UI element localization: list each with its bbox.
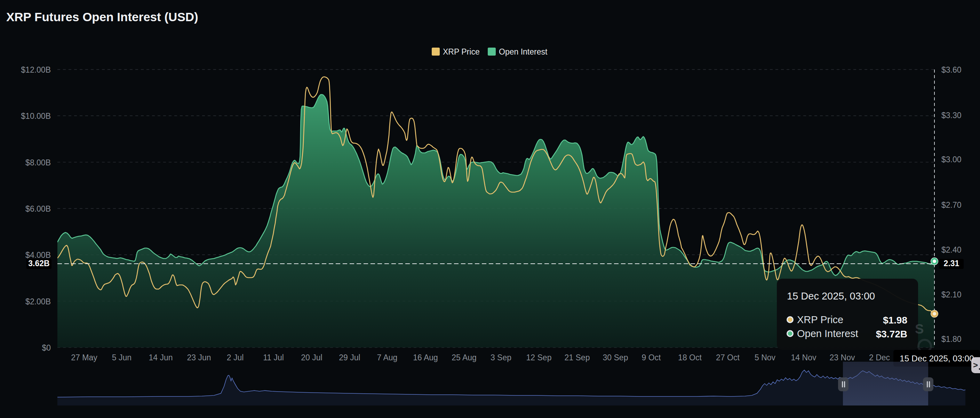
svg-text:$3.30: $3.30 xyxy=(941,111,962,120)
svg-text:2 Dec: 2 Dec xyxy=(869,353,890,362)
svg-text:$3.72B: $3.72B xyxy=(876,329,907,339)
svg-text:18 Oct: 18 Oct xyxy=(678,353,702,362)
svg-text:2.31: 2.31 xyxy=(944,259,959,268)
svg-text:27 Oct: 27 Oct xyxy=(716,353,740,362)
svg-text:S: S xyxy=(915,322,924,336)
svg-text:$0: $0 xyxy=(42,343,51,352)
svg-text:$6.00B: $6.00B xyxy=(25,204,51,213)
svg-text:14 Nov: 14 Nov xyxy=(791,353,816,362)
svg-text:$8.00B: $8.00B xyxy=(25,158,51,167)
svg-text:$1.98: $1.98 xyxy=(883,315,907,326)
svg-text:$1.80: $1.80 xyxy=(941,335,962,344)
svg-text:5 Nov: 5 Nov xyxy=(754,353,776,362)
svg-text:2 Jul: 2 Jul xyxy=(227,353,244,362)
svg-text:$4.00B: $4.00B xyxy=(25,250,51,260)
svg-text:$2.40: $2.40 xyxy=(941,245,962,254)
svg-text:$3.00: $3.00 xyxy=(941,155,962,164)
svg-text:11 Jul: 11 Jul xyxy=(263,353,284,362)
svg-text:$2.70: $2.70 xyxy=(941,201,962,209)
svg-text:20 Jul: 20 Jul xyxy=(301,353,322,362)
svg-text:XRP Futures Open Interest (USD: XRP Futures Open Interest (USD) xyxy=(6,10,198,24)
svg-text:27 May: 27 May xyxy=(71,353,97,362)
svg-text:$12.00B: $12.00B xyxy=(21,65,51,74)
svg-text:5 Jun: 5 Jun xyxy=(112,353,132,362)
svg-text:23 Nov: 23 Nov xyxy=(830,353,855,362)
svg-text:21 Sep: 21 Sep xyxy=(565,353,590,362)
svg-text:23 Jun: 23 Jun xyxy=(187,353,211,362)
svg-text:Open Interest: Open Interest xyxy=(499,47,547,56)
svg-text:7 Aug: 7 Aug xyxy=(377,353,398,362)
svg-text:$2.10: $2.10 xyxy=(941,290,962,299)
svg-text:12 Sep: 12 Sep xyxy=(527,353,552,362)
svg-text:$3.60: $3.60 xyxy=(941,65,962,74)
svg-text:15 Dec 2025, 03:00: 15 Dec 2025, 03:00 xyxy=(787,290,875,302)
svg-text:$10.00B: $10.00B xyxy=(21,112,51,120)
svg-text:15 Dec 2025, 03:00: 15 Dec 2025, 03:00 xyxy=(900,354,974,363)
svg-text:$2.00B: $2.00B xyxy=(25,297,51,306)
svg-text:25 Aug: 25 Aug xyxy=(452,353,477,362)
svg-text:29 Jul: 29 Jul xyxy=(339,353,360,362)
svg-text:XRP Price: XRP Price xyxy=(797,314,843,325)
svg-text:16 Aug: 16 Aug xyxy=(413,353,438,362)
svg-text:XRP Price: XRP Price xyxy=(443,47,480,56)
svg-text:Open Interest: Open Interest xyxy=(797,328,858,339)
svg-text:9 Oct: 9 Oct xyxy=(642,353,661,362)
svg-text:3 Sep: 3 Sep xyxy=(490,353,511,362)
svg-text:>: > xyxy=(973,360,978,370)
svg-text:14 Jun: 14 Jun xyxy=(148,353,173,362)
svg-text:30 Sep: 30 Sep xyxy=(603,353,628,362)
svg-text:3.62B: 3.62B xyxy=(28,259,49,268)
